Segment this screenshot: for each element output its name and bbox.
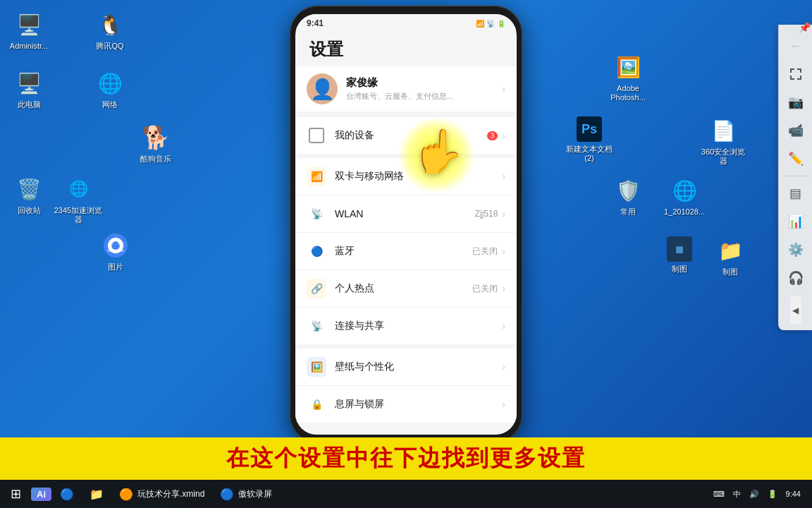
taskbar-right: ⌨ 中 🔊 🔋 9:44 [710, 488, 809, 501]
bluetooth-value: 已关闭 [472, 246, 498, 258]
side-toolbar: 📌 ··· 📷 📹 ✏️ ▤ 📊 ⚙️ 🎧 ◀ [778, 25, 812, 330]
row-label-bluetooth: 蓝牙 [335, 245, 472, 258]
toolbar-chart-btn[interactable]: 📊 [783, 209, 808, 234]
settings-row-bluetooth[interactable]: 🔵 蓝牙 已关闭 › [295, 233, 517, 270]
subtitle-text: 在这个设置中往下边找到更多设置 [226, 445, 586, 471]
toolbar-video-btn[interactable]: 📹 [783, 118, 808, 143]
arrow-icon: › [502, 208, 505, 219]
wlan-icon: 📡 [311, 208, 323, 219]
arrow-icon: › [502, 399, 505, 410]
hotspot-icon: 🔗 [311, 283, 323, 294]
arrow-icon: › [502, 83, 505, 95]
desktop-icon-newdoc[interactable]: 📄 360安全浏览器 [698, 116, 749, 166]
screenlock-icon: 🔒 [311, 399, 323, 410]
desktop-icon-recycle[interactable]: 🗑️ 回收站 [4, 175, 54, 215]
desktop-icon-qq[interactable]: 🐧 腾讯QQ [85, 11, 135, 51]
pin-icon: 📌 [799, 22, 811, 33]
phone-frame: 9:41 📶 📡 🔋 设置 👤 家俊缘 台湾账 [290, 6, 522, 443]
device-icon [309, 128, 324, 143]
status-bar: 9:41 📶 📡 🔋 [295, 14, 517, 30]
hotspot-value: 已关闭 [472, 283, 498, 295]
toolbar-divider [782, 176, 809, 176]
toolbar-expand-btn[interactable]: ··· [783, 33, 808, 59]
taskbar-item-mitapture[interactable]: 🔵 傲软录屏 [213, 481, 279, 507]
wallpaper-icon: 🖼️ [311, 361, 323, 373]
settings-row-wallpaper[interactable]: 🖼️ 壁纸与个性化 › [295, 349, 517, 386]
connection-icon: 📡 [311, 320, 323, 332]
desktop: 🖥️ Administr... 🐧 腾讯QQ 🖥️ 此电脑 🌐 网络 🐕 酷狗音… [0, 0, 812, 508]
taskbar: ⊞ Ai 🔵 📁 🟠 玩技术分享.xmind 🔵 傲软录屏 ⌨ 中 🔊 🔋 9 [0, 480, 812, 508]
desktop-icon-mypc[interactable]: 🖥️ 此电脑 [4, 69, 54, 109]
toolbar-headphone-btn[interactable]: 🎧 [783, 265, 808, 291]
toolbar-settings-btn[interactable]: ⚙️ [783, 237, 808, 262]
taskbar-keyboard[interactable]: ⌨ [710, 488, 727, 500]
row-label-wlan: WLAN [335, 208, 475, 219]
arrow-icon: › [502, 283, 505, 294]
row-label-hotspot: 个人热点 [335, 282, 472, 295]
profile-subtitle: 台湾账号、云服务、支付信息... [346, 91, 502, 102]
taskbar-volume[interactable]: 🔊 [746, 488, 762, 500]
taskbar-ime[interactable]: 中 [730, 488, 744, 501]
settings-title: 设置 [295, 30, 517, 66]
taskbar-item-chrome[interactable]: 🔵 [53, 481, 81, 507]
dualcard-icon: 📶 [311, 171, 323, 182]
desktop-icon-zidong[interactable]: 📁 制图 [705, 236, 756, 277]
settings-section-network: 📶 双卡与移动网络 › 📡 WLAN Zjj518 › [295, 158, 517, 344]
desktop-icon-360[interactable]: 🛡️ 常用 [603, 176, 653, 217]
taskbar-item-explorer[interactable]: 📁 [82, 481, 111, 507]
desktop-icon-network[interactable]: 🌐 网络 [85, 69, 135, 109]
settings-row-wlan[interactable]: 📡 WLAN Zjj518 › [295, 195, 517, 233]
settings-row-connection[interactable]: 📡 连接与共享 › [295, 308, 517, 344]
toolbar-camera-btn[interactable]: 📷 [783, 90, 808, 115]
avatar: 👤 [307, 73, 338, 104]
profile-row[interactable]: 👤 家俊缘 台湾账号、云服务、支付信息... › [295, 66, 517, 111]
toolbar-grid-btn[interactable]: ▤ [783, 181, 808, 206]
profile-name: 家俊缘 [346, 76, 502, 90]
desktop-icon-pictures[interactable]: 🖼️ Adobe Photosh... [603, 53, 653, 102]
subtitle-bar: 在这个设置中往下边找到更多设置 [0, 437, 812, 480]
phone-screen: 9:41 📶 📡 🔋 设置 👤 家俊缘 台湾账 [295, 14, 517, 435]
row-label-mydevice: 我的设备 [335, 129, 487, 142]
arrow-icon: › [502, 361, 505, 373]
arrow-icon: › [502, 171, 505, 182]
settings-row-hotspot[interactable]: 🔗 个人热点 已关闭 › [295, 270, 517, 308]
taskbar-item-xmind[interactable]: 🟠 玩技术分享.xmind [112, 481, 211, 507]
phone-mockup: 9:41 📶 📡 🔋 设置 👤 家俊缘 台湾账 [290, 6, 522, 443]
bluetooth-icon: 🔵 [311, 246, 323, 257]
toolbar-fullscreen-btn[interactable] [783, 61, 808, 87]
taskbar-time: 9:44 [783, 488, 804, 500]
arrow-icon: › [502, 320, 505, 332]
start-button[interactable]: ⊞ [3, 481, 28, 507]
row-label-screenlock: 息屏与锁屏 [335, 398, 502, 411]
settings-row-dualcard[interactable]: 📶 双卡与移动网络 › [295, 158, 517, 195]
desktop-icon-folder1[interactable]: ■ 制图 [654, 236, 705, 274]
desktop-icon-admin[interactable]: 🖥️ Administr... [4, 11, 54, 51]
profile-info: 家俊缘 台湾账号、云服务、支付信息... [346, 76, 502, 102]
arrow-icon: › [502, 246, 505, 257]
arrow-icon: › [502, 130, 505, 141]
desktop-icon-common[interactable]: 🌐 1_201028... [659, 176, 710, 217]
settings-section-personalize: 🖼️ 壁纸与个性化 › 🔒 息屏与锁屏 › [295, 349, 517, 423]
settings-section-devices: 我的设备 3 › [295, 117, 517, 154]
ai-button[interactable]: Ai [31, 488, 51, 501]
badge-mydevice: 3 [487, 131, 498, 140]
taskbar-battery[interactable]: 🔋 [765, 488, 780, 500]
desktop-icon-photoshop[interactable]: Ps 新建文本文档 (2) [564, 116, 615, 163]
toolbar-pen-btn[interactable]: ✏️ [783, 146, 808, 171]
toolbar-collapse-btn[interactable]: ◀ [790, 296, 801, 325]
desktop-icon-kugou[interactable]: 🐕 酷狗音乐 [130, 123, 181, 164]
settings-row-mydevice[interactable]: 我的设备 3 › [295, 117, 517, 154]
taskbar-items: Ai 🔵 📁 🟠 玩技术分享.xmind 🔵 傲软录屏 [31, 481, 710, 507]
row-label-dualcard: 双卡与移动网络 [335, 170, 502, 183]
desktop-icon-2345[interactable]: 🌐 2345加速浏览器 [53, 175, 104, 224]
desktop-icon-chrome[interactable]: 图片 [90, 231, 141, 272]
row-label-connection: 连接与共享 [335, 320, 502, 332]
settings-row-screenlock[interactable]: 🔒 息屏与锁屏 › [295, 386, 517, 423]
row-label-wallpaper: 壁纸与个性化 [335, 361, 502, 373]
wlan-value: Zjj518 [475, 209, 498, 219]
